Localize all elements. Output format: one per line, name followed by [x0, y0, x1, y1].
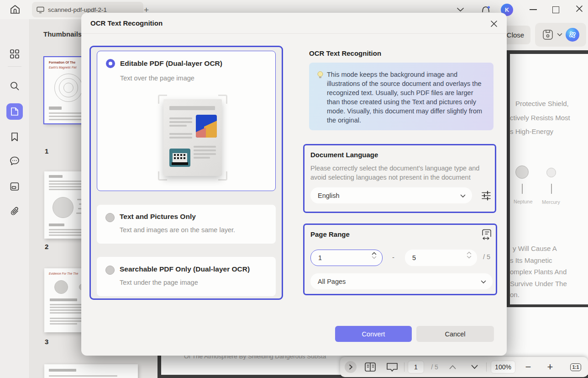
window-minimize-icon[interactable] [530, 9, 537, 10]
page-to-value: 5 [412, 254, 416, 261]
attachment-icon[interactable] [6, 203, 23, 220]
radio-selected-icon[interactable] [106, 59, 115, 68]
save-group [535, 23, 586, 47]
lightbulb-icon [317, 71, 324, 80]
save-options-chevron-icon[interactable] [557, 33, 562, 37]
page-from-input[interactable]: 1 [310, 250, 383, 266]
save-icon[interactable] [542, 29, 554, 41]
planet-neptune-circle [515, 165, 529, 179]
next-page-button[interactable] [464, 357, 484, 377]
document-language-description: Please correctly select the document's l… [310, 164, 485, 182]
file-export-icon[interactable] [6, 178, 23, 195]
window-close-icon[interactable] [575, 5, 583, 15]
zoom-out-button[interactable]: − [519, 357, 537, 377]
language-select[interactable]: English [310, 187, 472, 203]
thumb3-title: Evidence For The The [49, 272, 78, 275]
zoom-in-button[interactable]: + [541, 357, 559, 377]
option-title: Searchable PDF Only (Dual-layer OCR) [120, 265, 250, 273]
monitor-icon [37, 6, 44, 13]
option-title: Editable PDF (Dual-layer OCR) [120, 59, 222, 68]
dialog-close-icon[interactable] [488, 17, 500, 30]
bookmark-icon[interactable] [6, 128, 23, 145]
page-text-fragment: Protective Shield, [515, 100, 569, 107]
document-language-group: Document Language Please correctly selec… [303, 144, 496, 213]
page-number-value: 1 [414, 363, 418, 371]
zoom-level-input[interactable]: 100% [491, 361, 515, 373]
ocr-mode-illustration [158, 95, 227, 181]
dialog-title: OCR Text Recognition [90, 19, 163, 27]
thumb1-title: Formation Of The [49, 61, 75, 64]
thumbnail-2-number: 2 [45, 243, 48, 250]
stepper-up-icon[interactable] [372, 252, 377, 255]
sidebar-rail [0, 19, 30, 378]
page-text-fragment: s Its Magnetic [510, 256, 552, 264]
rail-divider [8, 66, 21, 67]
page-text-fragment: s High-Energy [510, 128, 553, 135]
expand-toolbar-button[interactable] [344, 357, 357, 377]
page-range-mode-select[interactable]: All Pages [310, 273, 493, 289]
radio-unselected-icon[interactable] [105, 266, 115, 275]
planet-label-mercury: Mercury [542, 199, 560, 205]
chevron-down-icon [460, 192, 466, 199]
thumbnails-panel-icon[interactable] [6, 103, 23, 120]
language-select-value: English [318, 192, 340, 199]
option-text-pictures-only[interactable]: Text and Pictures Only Text and images a… [97, 205, 276, 244]
page-from-value: 1 [318, 254, 322, 261]
thumbnails-header: Thumbnails [43, 30, 82, 38]
page-to-input[interactable]: 5 [405, 250, 477, 266]
document-page-1: Protective Shield, ctively Resists Most … [510, 54, 588, 304]
option-subtitle: Text under the page image [120, 279, 198, 286]
previous-page-button[interactable] [442, 357, 462, 377]
option-subtitle: Text over the page image [120, 75, 194, 82]
page-range-icon[interactable] [480, 229, 492, 243]
stepper-down-icon[interactable] [467, 256, 472, 259]
building-thumbnail [169, 149, 190, 167]
chevron-right-icon [349, 364, 353, 370]
photo-thumbnail [196, 115, 217, 138]
close-document-label: Close [507, 31, 524, 39]
cancel-button[interactable]: Cancel [416, 326, 494, 342]
tip-box: This mode keeps the background image and… [309, 63, 493, 130]
stepper-down-icon[interactable] [372, 256, 377, 259]
ocr-mode-group: Editable PDF (Dual-layer OCR) Text over … [89, 46, 283, 300]
view-control-bar: 1 / 5 100% − + 1:1 [340, 357, 588, 377]
actual-size-button[interactable]: 1:1 [567, 357, 585, 377]
stepper-arrows[interactable] [372, 252, 377, 259]
convert-button[interactable]: Convert [335, 326, 412, 342]
stepper-up-icon[interactable] [467, 251, 472, 255]
avatar-initial: K [505, 7, 509, 13]
page-range-mode-value: All Pages [318, 278, 346, 285]
convert-label: Convert [362, 330, 385, 338]
option-subtitle: Text and images are on the same layer. [120, 226, 235, 234]
page-text-fragment: omplex Plants And [510, 268, 567, 276]
cancel-label: Cancel [445, 330, 465, 338]
document-tab-title: scanned-pdf-updf-2-1 [48, 6, 107, 13]
planet-mercury-circle [546, 168, 556, 177]
thumbnail-1-number: 1 [45, 147, 48, 155]
ai-assistant-icon[interactable] [566, 28, 579, 42]
tip-text: This mode keeps the background image and… [327, 70, 488, 125]
radio-unselected-icon[interactable] [105, 213, 115, 222]
thumbnail-3-number: 3 [45, 338, 48, 346]
zoom-level-value: 100% [495, 363, 511, 371]
option-title: Text and Pictures Only [120, 213, 196, 221]
page-total-label: / 5 [427, 357, 442, 377]
ratio-label: 1:1 [572, 365, 579, 370]
home-icon[interactable] [9, 4, 21, 17]
page-text-fragment: y Will Cause A [513, 245, 557, 252]
page-text-fragment: ctively Resists Most [510, 114, 570, 122]
page-layout-button[interactable] [361, 357, 379, 377]
window-maximize-icon[interactable] [552, 6, 559, 13]
comments-icon[interactable] [6, 153, 23, 169]
page-number-input[interactable]: 1 [408, 361, 424, 373]
page-range-group: Page Range 1 - 5 / 5 All Pages [303, 224, 497, 295]
language-settings-icon[interactable] [481, 190, 492, 203]
page-total-label: / 5 [483, 253, 490, 261]
presentation-mode-button[interactable] [382, 357, 402, 377]
grid-menu-icon[interactable] [6, 46, 23, 62]
stepper-arrows[interactable] [467, 251, 472, 259]
search-icon[interactable] [6, 78, 23, 94]
option-editable-pdf[interactable]: Editable PDF (Dual-layer OCR) Text over … [97, 51, 276, 191]
thumbnail-page-4[interactable] [44, 364, 138, 378]
option-searchable-pdf[interactable]: Searchable PDF Only (Dual-layer OCR) Tex… [97, 257, 276, 296]
